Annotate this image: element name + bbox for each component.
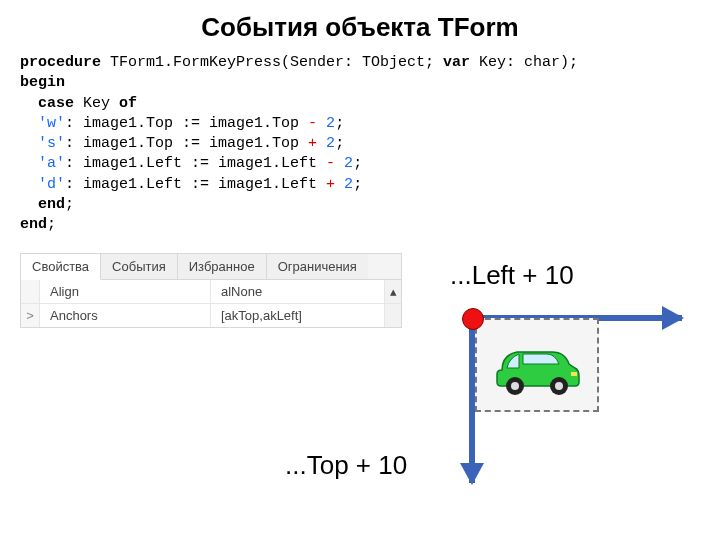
image-bounding-box <box>475 318 599 412</box>
lit-a: 'a' <box>38 155 65 172</box>
semi: ; <box>353 176 362 193</box>
sp <box>335 155 344 172</box>
kw-begin: begin <box>20 74 65 91</box>
grid-row[interactable]: > Anchors [akTop,akLeft] <box>21 303 401 327</box>
line-s: : image1.Top := image1.Top <box>65 135 308 152</box>
label-top-offset: ...Top + 10 <box>285 450 407 481</box>
kw-var: var <box>443 54 470 71</box>
scroll-track[interactable] <box>384 304 401 327</box>
semi: ; <box>335 115 344 132</box>
line-w: : image1.Top := image1.Top <box>65 115 308 132</box>
origin-dot-icon <box>462 308 484 330</box>
prop-value[interactable]: [akTop,akLeft] <box>211 304 384 327</box>
scroll-up-icon[interactable]: ▴ <box>384 280 401 303</box>
op-minus: - <box>308 115 317 132</box>
proc-name: TForm1.FormKeyPress(Sender: TObject; <box>101 54 443 71</box>
code-block: procedure TForm1.FormKeyPress(Sender: TO… <box>20 53 700 235</box>
tab-favorites[interactable]: Избранное <box>178 254 267 279</box>
prop-name: Anchors <box>40 304 211 327</box>
semi: ; <box>353 155 362 172</box>
kw-case: case <box>38 95 74 112</box>
svg-point-3 <box>555 382 563 390</box>
lit-s: 's' <box>38 135 65 152</box>
sp <box>335 176 344 193</box>
kw-end: end <box>20 216 47 233</box>
svg-point-1 <box>511 382 519 390</box>
coordinate-diagram: ...Left + 10 ...Top + 10 <box>420 260 700 490</box>
params-tail: Key: char); <box>470 54 578 71</box>
expand-gutter[interactable]: > <box>21 304 40 327</box>
expand-gutter[interactable] <box>21 280 40 303</box>
kw-of: of <box>119 95 137 112</box>
sp <box>317 135 326 152</box>
kw-procedure: procedure <box>20 54 101 71</box>
line-d: : image1.Left := image1.Left <box>65 176 326 193</box>
sp <box>317 115 326 132</box>
semi: ; <box>335 135 344 152</box>
svg-rect-4 <box>571 372 577 376</box>
num-2: 2 <box>344 155 353 172</box>
semi: ; <box>65 196 74 213</box>
num-2: 2 <box>344 176 353 193</box>
num-2: 2 <box>326 115 335 132</box>
tab-restrictions[interactable]: Ограничения <box>267 254 368 279</box>
tab-properties[interactable]: Свойства <box>21 254 101 280</box>
car-icon <box>487 330 587 400</box>
object-inspector: Свойства События Избранное Ограничения A… <box>20 253 402 328</box>
property-grid: Align alNone ▴ > Anchors [akTop,akLeft] <box>21 280 401 327</box>
op-minus: - <box>326 155 335 172</box>
semi: ; <box>47 216 56 233</box>
line-a: : image1.Left := image1.Left <box>65 155 326 172</box>
page-title: События объекта TForm <box>20 12 700 43</box>
case-mid: Key <box>74 95 119 112</box>
prop-name: Align <box>40 280 211 303</box>
tab-events[interactable]: События <box>101 254 178 279</box>
prop-value[interactable]: alNone <box>211 280 384 303</box>
op-plus: + <box>326 176 335 193</box>
lit-d: 'd' <box>38 176 65 193</box>
kw-end: end <box>38 196 65 213</box>
lit-w: 'w' <box>38 115 65 132</box>
inspector-tabs: Свойства События Избранное Ограничения <box>21 254 401 280</box>
op-plus: + <box>308 135 317 152</box>
num-2: 2 <box>326 135 335 152</box>
label-left-offset: ...Left + 10 <box>450 260 574 291</box>
grid-row[interactable]: Align alNone ▴ <box>21 280 401 303</box>
